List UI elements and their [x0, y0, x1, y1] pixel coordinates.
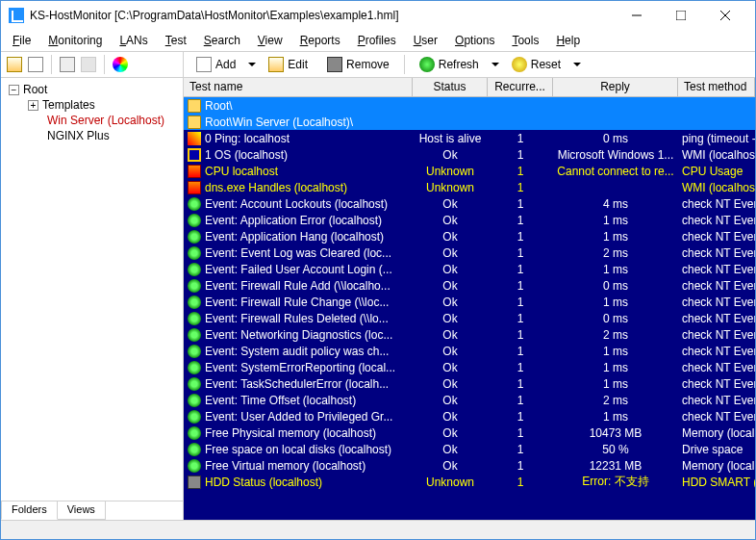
- cell-name: Event: Firewall Rule Add (\\localho...: [205, 279, 391, 293]
- table-row[interactable]: Event: Account Lockouts (localhost)Ok14 …: [184, 195, 755, 212]
- green-icon: [188, 377, 201, 391]
- maximize-button[interactable]: [659, 1, 703, 30]
- table-row[interactable]: Event: Application Error (localhost)Ok11…: [184, 212, 755, 228]
- table-row[interactable]: Event: Event Log was Cleared (loc...Ok12…: [184, 244, 755, 261]
- header-recur[interactable]: Recurre...: [488, 78, 553, 96]
- menu-bar: FileMonitoringLANsTestSearchViewReportsP…: [1, 30, 755, 51]
- table-row[interactable]: Event: Time Offset (localhost)Ok12 msche…: [184, 392, 755, 408]
- menu-file[interactable]: File: [5, 32, 38, 49]
- table-row[interactable]: CPU localhostUnknown1Cannot connect to r…: [184, 163, 755, 179]
- table-row[interactable]: 0 Ping: localhostHost is alive10 msping …: [184, 130, 755, 146]
- tab-views[interactable]: Views: [57, 501, 106, 520]
- reset-button[interactable]: Reset: [505, 54, 567, 75]
- column-headers: Test name Status Recurre... Reply Test m…: [184, 78, 755, 97]
- folder-icon: [188, 99, 201, 113]
- header-method[interactable]: Test method: [678, 78, 755, 96]
- svg-rect-1: [676, 11, 686, 20]
- cell-method: check NT Ever: [678, 410, 755, 424]
- green-icon: [188, 443, 201, 456]
- table-row[interactable]: Root\Win Server (Localhost)\: [184, 114, 755, 130]
- table-row[interactable]: Event: Firewall Rules Deleted (\\lo...Ok…: [184, 310, 755, 326]
- edit-button[interactable]: Edit: [262, 54, 315, 75]
- remove-button[interactable]: Remove: [320, 54, 396, 75]
- cell-method: check NT Ever: [678, 361, 755, 374]
- menu-profiles[interactable]: Profiles: [350, 32, 404, 49]
- tree-winserver[interactable]: Win Server (Localhost): [5, 113, 179, 128]
- new-folder-icon[interactable]: [7, 57, 22, 72]
- menu-help[interactable]: Help: [548, 32, 588, 49]
- tab-folders[interactable]: Folders: [1, 501, 58, 520]
- cell-status: Ok: [413, 148, 488, 162]
- tree-root[interactable]: −Root: [5, 82, 179, 97]
- menu-view[interactable]: View: [250, 32, 290, 49]
- refresh-dropdown[interactable]: [491, 63, 499, 66]
- cell-recur: 1: [488, 197, 553, 211]
- new-test-icon[interactable]: [28, 57, 43, 72]
- green-icon: [188, 246, 201, 260]
- collapse-icon[interactable]: −: [9, 85, 19, 95]
- table-row[interactable]: Event: TaskSchedulerError (localh...Ok11…: [184, 375, 755, 392]
- cell-recur: 1: [488, 312, 553, 325]
- refresh-icon: [419, 57, 435, 72]
- table-row[interactable]: HDD Status (localhost)Unknown1Error: 不支持…: [184, 474, 755, 490]
- cell-reply: Cannot connect to re...: [553, 165, 678, 178]
- table-row[interactable]: Event: User Added to Privileged Gr...Ok1…: [184, 408, 755, 424]
- cell-reply: 10473 MB: [553, 426, 678, 440]
- palette-icon[interactable]: [113, 57, 128, 72]
- table-row[interactable]: Event: Networking Diagnostics (loc...Ok1…: [184, 326, 755, 343]
- table-row[interactable]: Root\: [184, 97, 755, 114]
- table-row[interactable]: Event: Failed User Account Login (...Ok1…: [184, 261, 755, 277]
- header-testname[interactable]: Test name: [184, 78, 413, 96]
- menu-search[interactable]: Search: [196, 32, 248, 49]
- cell-recur: 1: [488, 476, 553, 489]
- cell-status: Ok: [413, 328, 488, 342]
- tree-templates[interactable]: +Templates: [5, 97, 179, 113]
- cell-recur: 1: [488, 394, 553, 407]
- test-grid[interactable]: Root\Root\Win Server (Localhost)\0 Ping:…: [184, 97, 755, 520]
- table-row[interactable]: Event: Application Hang (localhost)Ok11 …: [184, 228, 755, 244]
- cell-name: Event: Time Offset (localhost): [205, 394, 356, 407]
- cell-status: Ok: [413, 312, 488, 325]
- cell-status: Unknown: [413, 476, 488, 489]
- cell-status: Ok: [413, 394, 488, 407]
- table-row[interactable]: Free space on local disks (localhost)Ok1…: [184, 441, 755, 457]
- folder-tree[interactable]: −Root +Templates Win Server (Localhost) …: [1, 78, 183, 501]
- table-row[interactable]: Event: Firewall Rule Add (\\localho...Ok…: [184, 277, 755, 294]
- add-button[interactable]: Add: [189, 54, 242, 75]
- table-row[interactable]: 1 OS (localhost)Ok1Microsoft Windows 1..…: [184, 146, 755, 163]
- cell-name: Event: SystemErrorReporting (local...: [205, 361, 395, 374]
- green-icon: [188, 312, 201, 325]
- expand-icon[interactable]: +: [28, 100, 38, 111]
- menu-test[interactable]: Test: [158, 32, 194, 49]
- table-row[interactable]: Free Virtual memory (localhost)Ok112231 …: [184, 457, 755, 474]
- cell-method: check NT Ever: [678, 394, 755, 407]
- menu-options[interactable]: Options: [447, 32, 502, 49]
- delete-icon[interactable]: [81, 57, 96, 72]
- table-row[interactable]: Event: Firewall Rule Change (\\loc...Ok1…: [184, 294, 755, 310]
- reset-dropdown[interactable]: [573, 63, 581, 66]
- minimize-button[interactable]: [615, 1, 659, 30]
- table-row[interactable]: Event: SystemErrorReporting (local...Ok1…: [184, 359, 755, 375]
- header-status[interactable]: Status: [413, 78, 488, 96]
- cell-name: Event: Application Hang (localhost): [205, 230, 384, 244]
- menu-user[interactable]: User: [406, 32, 445, 49]
- status-bar: [1, 520, 755, 539]
- menu-monitoring[interactable]: Monitoring: [40, 32, 110, 49]
- green-icon: [188, 394, 201, 407]
- cell-name: Free Virtual memory (localhost): [205, 459, 365, 473]
- menu-lans[interactable]: LANs: [112, 32, 155, 49]
- menu-tools[interactable]: Tools: [504, 32, 546, 49]
- table-row[interactable]: dns.exe Handles (localhost)Unknown1WMI (…: [184, 179, 755, 195]
- close-button[interactable]: [703, 1, 747, 30]
- table-row[interactable]: Event: System audit policy was ch...Ok11…: [184, 343, 755, 359]
- menu-reports[interactable]: Reports: [292, 32, 348, 49]
- cell-reply: 1 ms: [553, 214, 678, 227]
- add-dropdown[interactable]: [248, 63, 256, 66]
- header-reply[interactable]: Reply: [553, 78, 678, 96]
- tree-nginx[interactable]: NGINX Plus: [5, 128, 179, 143]
- cell-status: Ok: [413, 377, 488, 391]
- refresh-button[interactable]: Refresh: [413, 54, 486, 75]
- table-row[interactable]: Free Physical memory (localhost)Ok110473…: [184, 424, 755, 441]
- cell-name: Event: TaskSchedulerError (localh...: [205, 377, 389, 391]
- copy-icon[interactable]: [60, 57, 75, 72]
